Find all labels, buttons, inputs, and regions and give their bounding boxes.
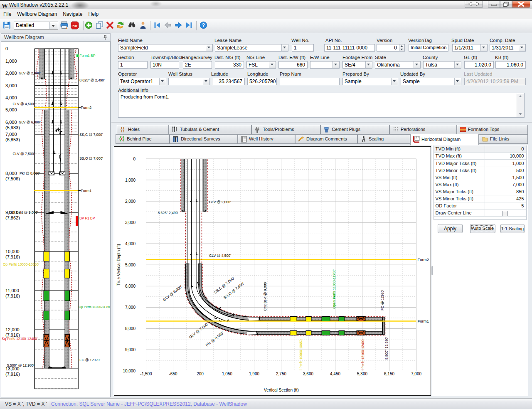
svg-text:PDF: PDF [72, 24, 78, 28]
svg-text:?: ? [202, 22, 205, 28]
svg-text:Open Perfs 11000-11750': Open Perfs 11000-11750' [332, 269, 336, 309]
svg-text:Form1 BP: Form1 BP [79, 54, 96, 58]
svg-text:GLV @ 2,000': GLV @ 2,000' [209, 200, 231, 204]
svg-text:7,000: 7,000 [125, 305, 135, 310]
svg-text:FC @ 12920': FC @ 12920' [79, 358, 100, 362]
svg-text:8.625" @ 2,490': 8.625" @ 2,490' [79, 78, 105, 82]
svg-text:Form2: Form2 [418, 257, 429, 262]
svg-text:Cmt Bskt @ 9,000': Cmt Bskt @ 9,000' [263, 281, 267, 311]
svg-text:6,150: 6,150 [384, 372, 394, 376]
svg-text:2,000: 2,000 [125, 199, 135, 204]
svg-text:8,000: 8,000 [125, 326, 135, 331]
svg-text:Form2: Form2 [81, 106, 91, 110]
svg-text:11,000: 11,000 [5, 288, 19, 293]
svg-text:BP F1 BP: BP F1 BP [79, 216, 95, 220]
svg-text:l Perfs 10000-10650': l Perfs 10000-10650' [299, 338, 303, 370]
svg-text:Cmt Bskt @ 9,000': Cmt Bskt @ 9,000' [9, 210, 38, 214]
svg-text:W: W [2, 2, 8, 9]
svg-text:(7,862): (7,862) [5, 215, 20, 220]
svg-text:(6,853): (6,853) [5, 137, 20, 142]
svg-text:Pkr @ 8,000': Pkr @ 8,000' [20, 171, 40, 175]
svg-text:12,000: 12,000 [5, 327, 20, 332]
svg-text:(7,916): (7,916) [5, 254, 20, 259]
svg-text:2,000: 2,000 [5, 71, 17, 76]
svg-text:4,450: 4,450 [330, 372, 340, 376]
svg-text:5,000: 5,000 [125, 263, 135, 267]
svg-text:2,750: 2,750 [276, 372, 286, 376]
svg-text:3,600: 3,600 [303, 372, 313, 376]
svg-text:10,000: 10,000 [5, 249, 20, 254]
svg-text:Op Perfs 11000-11750': Op Perfs 11000-11750' [79, 305, 110, 309]
svg-text:4,000: 4,000 [125, 241, 135, 246]
svg-text:Form1: Form1 [418, 319, 429, 323]
svg-text:5.500" @ 12,980': 5.500" @ 12,980' [7, 363, 34, 367]
svg-text:-650: -650 [169, 372, 177, 376]
svg-text:1,000: 1,000 [125, 178, 135, 182]
svg-text:(7,506): (7,506) [5, 176, 20, 181]
svg-text:Sq Perfs 12100-12400': Sq Perfs 12100-12400' [2, 337, 38, 341]
svg-text:-1,500: -1,500 [140, 372, 152, 376]
svg-text:Op Perfs 10000-10650': Op Perfs 10000-10650' [3, 262, 39, 266]
svg-text:GLV @ 2,000': GLV @ 2,000' [19, 71, 41, 75]
svg-text:9,000: 9,000 [125, 347, 135, 352]
svg-text:7,000: 7,000 [5, 132, 17, 137]
svg-text:5,500" 12,980': 5,500" 12,980' [384, 337, 389, 360]
svg-text:1,050: 1,050 [222, 372, 232, 376]
svg-text:1,000: 1,000 [5, 59, 17, 64]
svg-text:Vertical Section (ft): Vertical Section (ft) [264, 388, 299, 392]
svg-text:0: 0 [5, 46, 8, 51]
svg-text:1,900: 1,900 [249, 372, 259, 376]
svg-text:GLV @ 6,000': GLV @ 6,000' [162, 284, 183, 302]
svg-text:(7,916): (7,916) [5, 293, 20, 298]
svg-text:10,000: 10,000 [123, 369, 135, 373]
svg-text:GLV @ 4,500': GLV @ 4,500' [209, 254, 231, 258]
svg-text:GLV @ 6,000': GLV @ 6,000' [19, 120, 41, 124]
svg-text:3,000: 3,000 [125, 220, 135, 225]
svg-text:FC @ 12920': FC @ 12920' [380, 290, 384, 310]
svg-text:SS,O @ 7,600': SS,O @ 7,600' [79, 156, 103, 160]
svg-text:6,000: 6,000 [125, 284, 135, 288]
svg-text:4,000: 4,000 [5, 95, 17, 100]
svg-text:0: 0 [133, 157, 135, 161]
svg-text:l Perfs 12100-12400': l Perfs 12100-12400' [361, 338, 365, 370]
svg-text:(7,916): (7,916) [5, 372, 20, 377]
svg-text:8,000: 8,000 [5, 171, 17, 176]
svg-text:GLV @ 7,500': GLV @ 7,500' [12, 152, 34, 156]
svg-text:True Vertical Depth (ft): True Vertical Depth (ft) [116, 244, 121, 286]
svg-text:5,000: 5,000 [5, 107, 17, 112]
svg-text:6,000: 6,000 [5, 120, 17, 125]
svg-text:Form1: Form1 [81, 189, 91, 193]
svg-text:7,000: 7,000 [411, 372, 421, 376]
svg-text:(5,983): (5,983) [5, 125, 20, 130]
svg-text:GLV @ 7,500': GLV @ 7,500' [188, 322, 209, 339]
svg-text:8.625" 2,490': 8.625" 2,490' [158, 211, 178, 215]
svg-text:GLV @ 4,500': GLV @ 4,500' [12, 102, 34, 106]
svg-text:3,000: 3,000 [5, 83, 17, 88]
svg-text:5,300: 5,300 [357, 372, 367, 376]
svg-text:SS,C @ 7,000': SS,C @ 7,000' [79, 133, 103, 137]
svg-text:200: 200 [197, 372, 204, 376]
